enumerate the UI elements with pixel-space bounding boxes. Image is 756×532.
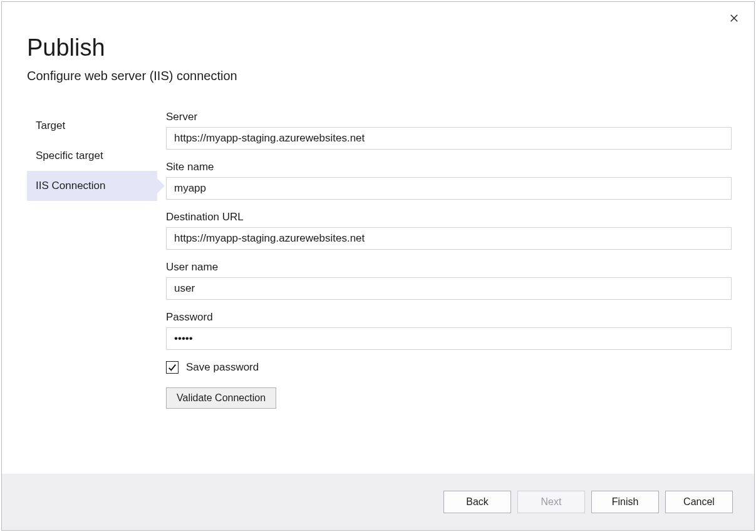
validate-connection-button[interactable]: Validate Connection [166,387,276,409]
dialog-header: Publish Configure web server (IIS) conne… [2,2,754,83]
dialog-body: Target Specific target IIS Connection Se… [2,83,754,474]
step-label: Target [36,120,65,131]
field-server: Server [166,111,732,150]
checkmark-icon [168,363,177,372]
back-button[interactable]: Back [443,491,511,513]
dialog-footer: Back Next Finish Cancel [2,474,754,530]
sitename-input[interactable] [166,177,732,200]
server-label: Server [166,111,732,123]
step-label: IIS Connection [36,180,106,192]
sitename-label: Site name [166,161,732,173]
dialog-title: Publish [27,34,729,61]
save-password-row: Save password [166,361,732,374]
password-input[interactable] [166,327,732,350]
publish-dialog: Publish Configure web server (IIS) conne… [1,1,755,531]
username-label: User name [166,261,732,274]
password-label: Password [166,311,732,324]
save-password-label: Save password [186,361,259,374]
field-username: User name [166,261,732,300]
next-button: Next [517,491,585,513]
finish-button[interactable]: Finish [591,491,659,513]
dialog-subtitle: Configure web server (IIS) connection [27,69,729,83]
step-label: Specific target [36,150,103,161]
cancel-button[interactable]: Cancel [665,491,733,513]
wizard-sidebar: Target Specific target IIS Connection [2,111,157,474]
desturl-label: Destination URL [166,211,732,223]
iis-connection-form: Server Site name Destination URL User na… [157,111,754,474]
field-password: Password [166,311,732,350]
server-input[interactable] [166,127,732,150]
username-input[interactable] [166,277,732,300]
save-password-checkbox[interactable] [166,361,179,374]
step-specific-target[interactable]: Specific target [27,141,157,171]
desturl-input[interactable] [166,227,732,250]
close-button[interactable] [728,13,740,26]
step-iis-connection[interactable]: IIS Connection [27,171,157,201]
field-site-name: Site name [166,161,732,200]
field-destination-url: Destination URL [166,211,732,250]
step-target[interactable]: Target [27,111,157,141]
close-icon [730,14,738,23]
